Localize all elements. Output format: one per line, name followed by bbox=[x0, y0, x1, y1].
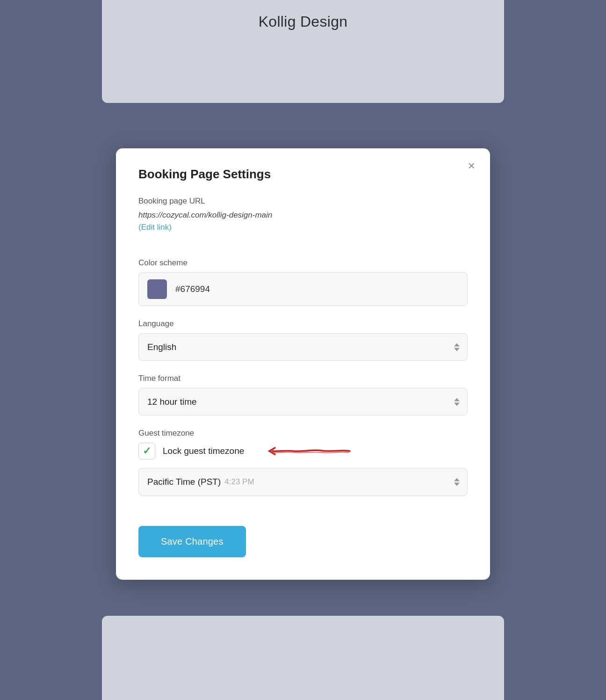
booking-url-section: Booking page URL https://cozycal.com/kol… bbox=[138, 197, 468, 245]
timezone-time: 4:23 PM bbox=[224, 477, 254, 487]
checkmark-icon: ✓ bbox=[143, 446, 151, 456]
time-format-select-wrapper: 12 hour time 24 hour time bbox=[138, 388, 468, 416]
color-swatch bbox=[147, 279, 167, 299]
close-button[interactable]: × bbox=[464, 158, 479, 174]
color-scheme-section: Color scheme #676994 bbox=[138, 258, 468, 306]
language-label: Language bbox=[138, 319, 468, 328]
time-format-label: Time format bbox=[138, 374, 468, 383]
guest-timezone-section: Guest timezone ✓ Lock guest timezone bbox=[138, 429, 468, 496]
language-section: Language English Spanish French German J… bbox=[138, 319, 468, 361]
lock-timezone-checkbox[interactable]: ✓ bbox=[138, 443, 155, 459]
lock-timezone-row: ✓ Lock guest timezone bbox=[138, 443, 468, 459]
booking-settings-modal: × Booking Page Settings Booking page URL… bbox=[116, 148, 490, 580]
language-select-wrapper: English Spanish French German Japanese bbox=[138, 333, 468, 361]
booking-url-text: https://cozycal.com/kollig-design-main bbox=[138, 211, 468, 220]
modal-title: Booking Page Settings bbox=[138, 167, 468, 182]
timezone-name: Pacific Time (PST) bbox=[147, 477, 221, 487]
annotation-arrow bbox=[261, 443, 354, 459]
time-format-section: Time format 12 hour time 24 hour time bbox=[138, 374, 468, 416]
red-arrow-svg bbox=[261, 443, 354, 459]
language-select[interactable]: English Spanish French German Japanese bbox=[139, 334, 467, 360]
timezone-select-wrapper: Pacific Time (PST) 4:23 PM bbox=[138, 468, 468, 496]
color-picker[interactable]: #676994 bbox=[138, 272, 468, 306]
booking-url-label: Booking page URL bbox=[138, 197, 468, 206]
save-changes-button[interactable]: Save Changes bbox=[138, 526, 246, 557]
lock-timezone-label: Lock guest timezone bbox=[163, 446, 244, 456]
guest-timezone-label: Guest timezone bbox=[138, 429, 468, 438]
color-hex: #676994 bbox=[175, 284, 210, 294]
modal-overlay: × Booking Page Settings Booking page URL… bbox=[0, 0, 606, 700]
time-format-select[interactable]: 12 hour time 24 hour time bbox=[139, 388, 467, 415]
edit-link[interactable]: (Edit link) bbox=[138, 223, 172, 232]
color-scheme-label: Color scheme bbox=[138, 258, 468, 268]
timezone-display: Pacific Time (PST) 4:23 PM bbox=[139, 468, 467, 496]
